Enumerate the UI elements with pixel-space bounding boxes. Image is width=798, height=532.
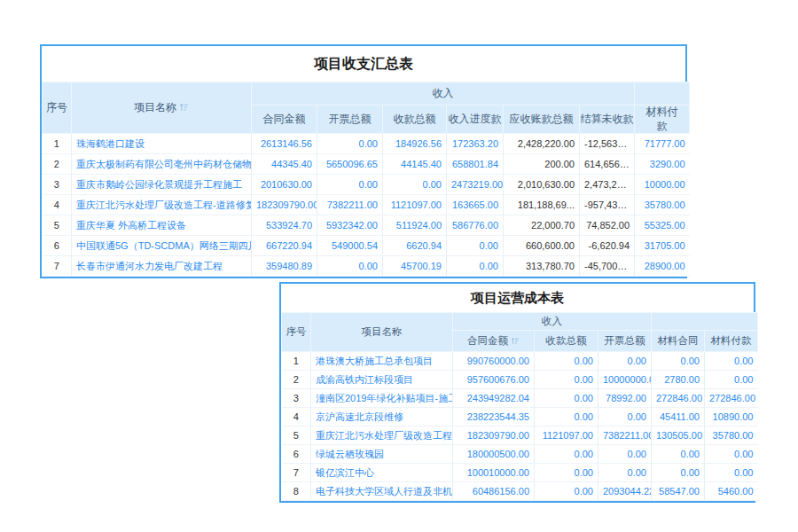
table-body: 1港珠澳大桥施工总承包项目990760000.000.000.000.000.0…: [282, 352, 758, 501]
cell-value: 0.00: [317, 175, 383, 195]
cell-value: 35780.00: [705, 426, 758, 445]
cell-value: 60486156.00: [453, 482, 535, 501]
row-index: 7: [282, 464, 311, 482]
cell-value: -6,620.94: [580, 236, 635, 256]
page-title: 项目运营成本表: [281, 284, 754, 312]
cell-value: 180000500.00: [453, 445, 535, 464]
project-name-link[interactable]: 中国联通5G（TD-SCDMA）网络三期四川工: [72, 236, 252, 256]
project-name-link[interactable]: 长春市伊通河水力发电厂改建工程: [72, 256, 252, 277]
income-expense-summary-table: 项目收支汇总表 序号 项目名称 收入 合同金额 开票总额 收款总额 收入进度款 …: [40, 44, 687, 278]
project-name-link[interactable]: 潼南区2019年绿化补贴项目-施工2标段: [311, 389, 453, 408]
cell-value: 28900.00: [635, 256, 690, 277]
table-row: 6绿城云栖玫瑰园180000500.000.000.000.000.00: [282, 445, 758, 464]
column-header-material-contract: 材料合同: [652, 331, 705, 352]
project-name-link[interactable]: 重庆华夏 外高桥工程设备: [72, 215, 252, 236]
cell-value: -12,563.36: [580, 134, 635, 154]
table-row: 7长春市伊通河水力发电厂改建工程359480.890.0045700.190.0…: [43, 256, 690, 277]
cell-value: 45411.00: [652, 408, 705, 426]
project-name-link[interactable]: 银亿滨江中心: [311, 464, 453, 482]
cell-value: 22,000.70: [504, 215, 580, 236]
column-header-material-payment: 材料付款: [635, 106, 690, 134]
cell-value: 0.00: [652, 464, 705, 482]
cell-value: 5932342.00: [317, 215, 383, 236]
row-index: 6: [282, 445, 311, 464]
column-header-settled-unreceived: 结算未收款: [580, 106, 635, 134]
group-header-income: 收入: [453, 313, 652, 331]
cell-value: 5460.00: [705, 482, 758, 501]
cell-value: 2780.00: [652, 371, 705, 389]
group-header-empty: [635, 82, 690, 106]
cell-value: 2613146.56: [252, 134, 317, 154]
row-index: 4: [43, 195, 72, 215]
project-name-link[interactable]: 重庆江北污水处理厂级改造工程-道路修复工: [72, 195, 252, 215]
cell-value: 78992.00: [598, 389, 652, 408]
cell-value: 0.00: [535, 371, 598, 389]
cell-value: 586776.00: [447, 215, 504, 236]
column-header-receipt-total: 收款总额: [383, 106, 447, 134]
group-header-income: 收入: [252, 82, 635, 106]
column-header-contract-amount-sortable[interactable]: 合同金额: [453, 331, 535, 352]
cell-value: 990760000.00: [453, 352, 535, 371]
project-name-link[interactable]: 重庆太极制药有限公司亳州中药材仓储物流: [72, 154, 252, 175]
cell-value: 184926.56: [383, 134, 447, 154]
cell-value: 172363.20: [447, 134, 504, 154]
cell-value: 0.00: [535, 408, 598, 426]
table-body: 1珠海鹤港口建设2613146.560.00184926.56172363.20…: [43, 134, 690, 277]
column-header-project-name: 项目名称: [311, 313, 453, 352]
table-row: 6中国联通5G（TD-SCDMA）网络三期四川工667220.94549000.…: [43, 236, 690, 256]
column-header-index: 序号: [282, 313, 311, 352]
table-row: 1港珠澳大桥施工总承包项目990760000.000.000.000.000.0…: [282, 352, 758, 371]
row-index: 5: [43, 215, 72, 236]
column-header-project-name-sortable[interactable]: 项目名称: [72, 82, 252, 134]
cell-value: 957600676.00: [453, 371, 535, 389]
cell-value: -957,432...: [580, 195, 635, 215]
table-row: 2重庆太极制药有限公司亳州中药材仓储物流44345.405650096.6544…: [43, 154, 690, 175]
row-index: 1: [282, 352, 311, 371]
cell-value: 130505.00: [652, 426, 705, 445]
project-name-link[interactable]: 京沪高速北京段维修: [311, 408, 453, 426]
row-index: 2: [282, 371, 311, 389]
cell-value: 58547.00: [652, 482, 705, 501]
cell-value: 0.00: [317, 134, 383, 154]
cell-value: 0.00: [705, 445, 758, 464]
cell-value: 1121097.00: [535, 426, 598, 445]
table-row: 4重庆江北污水处理厂级改造工程-道路修复工182309790.007382211…: [43, 195, 690, 215]
cell-value: 71777.00: [635, 134, 690, 154]
table-row: 3重庆市鹅岭公园绿化景观提升工程施工2010630.000.000.002473…: [43, 175, 690, 195]
cell-value: 0.00: [705, 464, 758, 482]
cell-value: 0.00: [598, 445, 652, 464]
cell-value: 163665.00: [447, 195, 504, 215]
row-index: 6: [43, 236, 72, 256]
project-name-link[interactable]: 绿城云栖玫瑰园: [311, 445, 453, 464]
cell-value: 0.00: [705, 371, 758, 389]
project-name-link[interactable]: 港珠澳大桥施工总承包项目: [311, 352, 453, 371]
project-name-link[interactable]: 重庆江北污水处理厂级改造工程-道路修复工: [311, 426, 453, 445]
project-name-link[interactable]: 电子科技大学区域人行道及非机动车道工程: [311, 482, 453, 501]
cell-value: 359480.89: [252, 256, 317, 277]
cell-value: 182309790.00: [453, 426, 535, 445]
column-header-receipt-total: 收款总额: [535, 331, 598, 352]
project-name-link[interactable]: 重庆市鹅岭公园绿化景观提升工程施工: [72, 175, 252, 195]
project-name-link[interactable]: 珠海鹤港口建设: [72, 134, 252, 154]
project-name-link[interactable]: 成渝高铁内江标段项目: [311, 371, 453, 389]
cell-value: 0.00: [447, 236, 504, 256]
cell-value: 31705.00: [635, 236, 690, 256]
cell-value: 0.00: [652, 352, 705, 371]
column-header-material-payment: 材料付款: [705, 331, 758, 352]
cell-value: 658801.84: [447, 154, 504, 175]
cell-value: 2,428,220.00: [504, 134, 580, 154]
cell-value: 44345.40: [252, 154, 317, 175]
cell-value: 272846.00: [652, 389, 705, 408]
cell-value: 0.00: [598, 352, 652, 371]
cell-value: 2093044.22: [598, 482, 652, 501]
cell-value: 0.00: [705, 352, 758, 371]
cell-value: 10890.00: [705, 408, 758, 426]
cell-value: 44145.40: [383, 154, 447, 175]
cell-value: 243949282.04: [453, 389, 535, 408]
cell-value: 182309790.00: [252, 195, 317, 215]
cell-value: 2,473,21...: [580, 175, 635, 195]
table-row: 5重庆江北污水处理厂级改造工程-道路修复工182309790.001121097…: [282, 426, 758, 445]
cell-value: 10000000.00: [598, 371, 652, 389]
cell-value: -45,700.19: [580, 256, 635, 277]
cell-value: 272846.00: [705, 389, 758, 408]
